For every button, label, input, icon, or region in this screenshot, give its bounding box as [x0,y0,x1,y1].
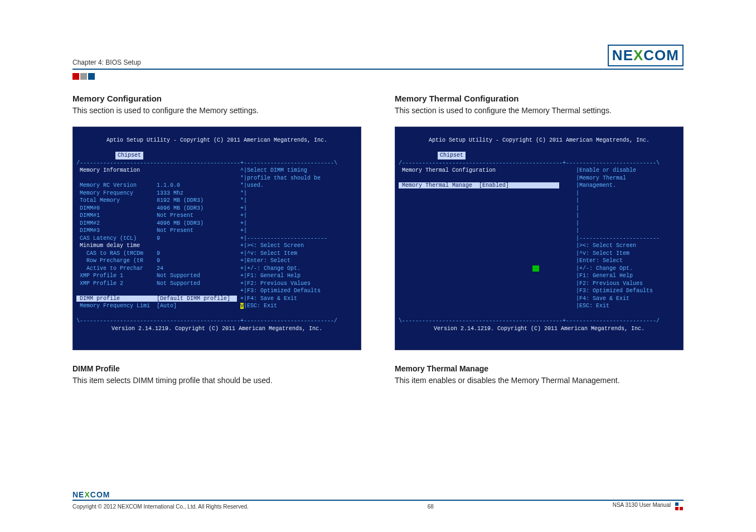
bios-help-row: +| [240,212,357,220]
bios-left-pane: Memory Information Memory RC Version 1.1… [76,167,240,310]
bios-row [399,250,576,258]
bios-help-row: | [576,197,680,205]
bios-help-row: |F4: Save & Exit [576,295,680,303]
bios-help-row: +|F4: Save & Exit [240,295,357,303]
bios-help-row: | [576,227,680,235]
page-number: 68 [249,504,613,510]
bios-help-row: v|ESC: Exit [240,302,357,310]
memory-config-desc: This section is used to configure the Me… [72,105,361,117]
bios-help-row: +|><: Select Screen [240,242,357,250]
bios-row: Active to Prechar 24 [76,265,240,273]
bios-row: Memory Thermal Manage [Enabled] [399,182,576,190]
bios-help-row: |Enter: Select [576,257,680,265]
square-icon [72,73,79,80]
bios-row: CAS to RAS (tRCDm 9 [76,250,240,258]
square-icon [80,73,87,80]
bios-help-row: |+/-: Change Opt. [576,265,680,273]
bios-help-row: ^|Select DIMM timing [240,167,357,175]
bios-help-row: +|F1: General Help [240,272,357,280]
page-footer: NEXCOM Copyright © 2012 NEXCOM Internati… [72,490,684,511]
bios-row [399,272,576,280]
bios-screenshot-memory-thermal: Aptio Setup Utility - Copyright (C) 2011… [395,127,684,351]
bios-help-row: |^v: Select Item [576,250,680,258]
bios-row: Minimum delay time [76,242,240,250]
bios-row [399,175,576,182]
bios-help-row: +| [240,220,357,228]
bios-divider: /---------------------------------------… [76,160,337,166]
dimm-profile-title: DIMM Profile [72,364,361,373]
bios-row [399,235,576,243]
bios-tab-chipset: Chipset [438,152,466,159]
bios-help-row: +|Enter: Select [240,257,357,265]
bios-help-row: |F1: General Help [576,272,680,280]
bios-row: Memory RC Version 1.1.0.0 [76,182,240,190]
bios-body: Memory Thermal Configuration Memory Ther… [399,167,680,310]
bios-row: Memory Frequency 1333 Mhz [76,190,240,197]
bios-row [399,212,576,220]
bios-row: DIMM#2 4096 MB (DDR3) [76,220,240,228]
bios-divider: /---------------------------------------… [399,160,660,166]
bios-row [399,302,576,310]
bios-row [399,205,576,212]
bios-help-row: | [576,220,680,228]
header-rule [72,69,684,70]
bios-bottom: Version 2.14.1219. Copyright (C) 2011 Am… [399,325,680,333]
bios-right-pane: |Enable or disable|Memory Thermal|Manage… [576,167,680,310]
bios-row: Row Precharge (tR 9 [76,257,240,265]
footer-copyright: Copyright © 2012 NEXCOM International Co… [72,504,249,510]
bios-row [76,175,240,182]
bios-tab-chipset: Chipset [115,152,143,159]
memory-thermal-title: Memory Thermal Configuration [395,94,684,103]
brand-part-left: NE [72,490,84,499]
bios-help-row: |F2: Previous Values [576,280,680,288]
bios-help-row: | [576,205,680,212]
bios-help-row: |------------------------ [576,235,680,243]
bios-help-row: +|------------------------ [240,235,357,243]
bios-bottom: Version 2.14.1219. Copyright (C) 2011 Am… [76,325,357,333]
bios-row [399,242,576,250]
brand-part-mid: X [633,47,643,64]
bios-help-row: |F3: Optimized Defaults [576,287,680,295]
left-column: Memory Configuration This section is use… [72,94,361,386]
bios-row [399,220,576,228]
bios-help-row: |><: Select Screen [576,242,680,250]
bios-help-row: *|used. [240,182,357,190]
bios-help-row: +|F2: Previous Values [240,280,357,288]
bios-top: Aptio Setup Utility - Copyright (C) 2011… [399,137,680,144]
chapter-label: Chapter 4: BIOS Setup [72,59,141,66]
footer-rule [72,500,684,501]
header: Chapter 4: BIOS Setup NEXCOM [72,45,684,66]
bios-left-pane: Memory Thermal Configuration Memory Ther… [399,167,576,310]
footer-squares-icon [675,502,684,511]
bios-row [399,257,576,265]
bios-divider: \---------------------------------------… [399,318,660,324]
bios-help-row: *| [240,197,357,205]
memory-config-title: Memory Configuration [72,94,361,103]
brand-part-right: COM [643,47,679,64]
dimm-profile-desc: This item selects DIMM timing profile th… [72,375,361,386]
brand-logo: NEXCOM [608,45,684,66]
bios-right-pane: ^|Select DIMM timing*|profile that shoul… [240,167,357,310]
bios-row: Memory Frequency Limi [Auto] [76,302,240,310]
bios-row [399,280,576,288]
brand-part-mid: X [84,490,90,499]
square-icon [88,73,95,80]
bios-help-row: | [576,212,680,220]
right-column: Memory Thermal Configuration This sectio… [395,94,684,386]
bios-row: DIMM#1 Not Present [76,212,240,220]
memory-thermal-manage-desc: This item enables or disables the Memory… [395,375,684,386]
bios-help-row: +| [240,227,357,235]
bios-help-row: | [576,190,680,197]
bios-help-row: +| [240,205,357,212]
bios-divider: \---------------------------------------… [76,318,337,324]
bios-row: Memory Thermal Configuration [399,167,576,175]
bios-row [399,287,576,295]
bios-top: Aptio Setup Utility - Copyright (C) 2011… [76,137,357,144]
footer-manual: NSA 3130 User Manual [613,502,671,508]
bios-help-row: +|^v: Select Item [240,250,357,258]
bios-help-row: |ESC: Exit [576,302,680,310]
bios-row: DIMM#0 4096 MB (DDR3) [76,205,240,212]
memory-thermal-desc: This section is used to configure the Me… [395,105,684,117]
bios-row [399,197,576,205]
brand-part-right: COM [90,490,110,499]
